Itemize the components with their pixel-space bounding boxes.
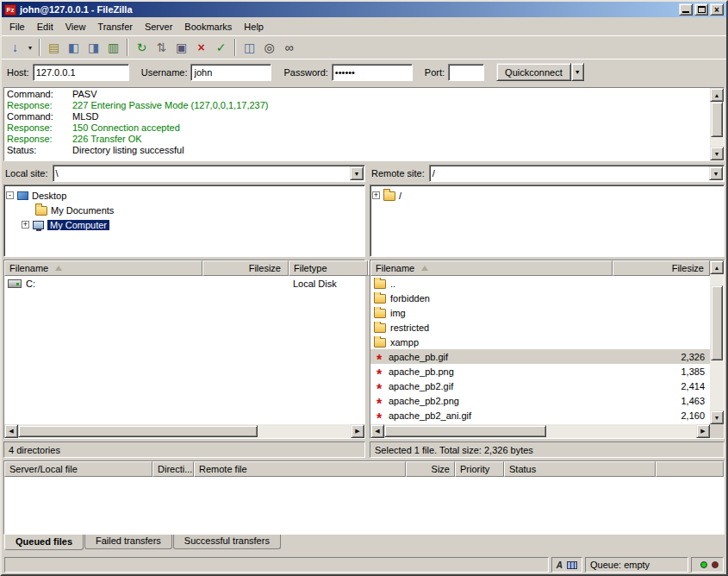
chevron-down-icon[interactable]: ▼ [350,166,364,180]
scroll-right-icon[interactable]: ▶ [351,424,364,438]
scroll-down-icon[interactable]: ▼ [710,410,724,424]
tab-successful-transfers[interactable]: Successful transfers [173,535,281,549]
maximize-button[interactable] [694,3,708,16]
site-manager-dropdown[interactable]: ▼ [25,38,35,57]
titlebar[interactable]: Fz john@127.0.0.1 - FileZilla × [2,2,726,17]
file-name: apache_pb.png [389,366,454,377]
scroll-right-icon[interactable]: ▶ [696,424,710,438]
column-filename[interactable]: Filename [4,260,202,276]
scrollbar-corner [710,424,724,438]
remote-site-combo[interactable]: / ▼ [429,165,725,182]
menu-view[interactable]: View [59,19,92,34]
column-direction[interactable]: Directi... [152,461,194,477]
expand-icon[interactable]: + [22,221,29,229]
site-manager-button[interactable]: ↓ [5,38,25,57]
search-files-button[interactable]: ∞ [279,38,299,57]
toggle-queue-button[interactable]: ▥ [103,38,123,57]
column-filetype[interactable]: Filetype [289,260,368,276]
port-input[interactable] [448,64,484,81]
menu-transfer[interactable]: Transfer [91,19,139,34]
local-pane: Local site: \ ▼ - Desktop My Documents + [3,164,365,458]
snapshot-button[interactable]: ▣ [171,38,191,57]
remote-file-row[interactable]: xampp [370,335,710,349]
remote-file-row[interactable]: apache_pb2_ani.gif 2,160 [370,408,710,423]
column-filesize[interactable]: Filesize [202,260,289,276]
remote-file-row[interactable]: .. [370,276,710,291]
find-button[interactable]: ◎ [259,38,279,57]
tree-item-my-computer[interactable]: + My Computer [6,217,363,232]
log-line: Response:227 Entering Passive Mode (127,… [7,100,707,111]
column-filename[interactable]: Filename [370,260,613,276]
username-label: Username: [141,67,188,78]
scroll-thumb[interactable] [384,425,546,437]
column-priority[interactable]: Priority [455,461,504,477]
scroll-thumb[interactable] [711,102,723,137]
remote-file-row[interactable]: apache_pb2.gif 2,414 [370,379,710,393]
toggle-local-tree-button[interactable]: ◧ [64,38,84,57]
tree-item-root[interactable]: + / [372,188,722,203]
process-queue-button[interactable]: ⇅ [152,38,171,57]
log-line: Response:226 Transfer OK [7,134,707,145]
scroll-down-icon[interactable]: ▼ [710,147,724,160]
remote-file-row[interactable]: img [370,305,710,320]
scroll-up-icon[interactable]: ▲ [710,88,724,102]
scroll-thumb[interactable] [711,285,723,360]
tab-queued-files[interactable]: Queued files [4,535,84,550]
local-tree: - Desktop My Documents + My Computer [3,185,365,257]
cancel-icon: × [197,41,204,53]
menu-server[interactable]: Server [139,19,178,34]
expand-icon[interactable]: + [372,191,380,199]
send-led-icon [712,561,719,568]
quickconnect-dropdown[interactable]: ▼ [571,63,584,81]
local-site-combo[interactable]: \ ▼ [53,165,365,182]
remote-file-row[interactable]: restricted [370,320,710,335]
tab-failed-transfers[interactable]: Failed transfers [84,535,172,549]
remote-file-row-selected[interactable]: apache_pb.gif 2,326 [370,349,710,364]
username-input[interactable] [190,64,271,81]
column-filesize[interactable]: Filesize [613,260,710,276]
password-input[interactable] [332,64,413,81]
tree-item-desktop[interactable]: - Desktop [6,188,363,203]
remote-file-row[interactable]: apache_pb2.png 1,463 [370,393,710,408]
queue-body[interactable] [4,477,724,534]
local-hscrollbar[interactable]: ◀ ▶ [4,424,364,438]
remote-hscrollbar[interactable]: ◀ ▶ [370,424,710,438]
log-line: Command:MLSD [7,111,707,122]
quickconnect-button[interactable]: Quickconnect [496,63,571,81]
cancel-button[interactable]: × [191,38,211,57]
tree-item-my-documents[interactable]: My Documents [6,203,363,217]
remote-file-row[interactable]: forbidden [370,291,710,305]
find-icon: ◎ [264,41,274,53]
toggle-remote-tree-button[interactable]: ◨ [84,38,103,57]
scroll-left-icon[interactable]: ◀ [370,424,384,438]
chevron-down-icon[interactable]: ▼ [709,166,723,180]
scroll-thumb[interactable] [18,425,258,437]
menu-help[interactable]: Help [238,19,270,34]
file-name: apache_pb2.gif [389,381,453,391]
column-size[interactable]: Size [406,461,455,477]
minimize-button[interactable] [679,3,693,16]
folder-icon [374,294,386,304]
column-server-local-file[interactable]: Server/Local file [4,461,152,477]
filter-button[interactable]: ✓ [211,38,231,57]
collapse-icon[interactable]: - [6,191,14,199]
transfer-mode-panel[interactable] [551,557,582,573]
remote-vscrollbar[interactable]: ▲ ▼ [710,260,724,424]
column-status[interactable]: Status [504,461,656,477]
compare-button[interactable]: ◫ [240,38,259,57]
close-button[interactable]: × [710,3,724,16]
host-label: Host: [7,67,29,78]
local-file-row[interactable]: C: Local Disk [4,276,364,291]
menu-edit[interactable]: Edit [31,19,59,34]
menu-file[interactable]: File [3,19,31,34]
host-input[interactable] [33,64,129,81]
menu-bookmarks[interactable]: Bookmarks [178,19,238,34]
log-vscrollbar[interactable]: ▲ ▼ [710,88,724,160]
image-file-icon [374,386,384,391]
scroll-left-icon[interactable]: ◀ [4,424,18,438]
remote-file-row[interactable]: apache_pb.png 1,385 [370,364,710,379]
toggle-log-button[interactable]: ▤ [44,38,64,57]
scroll-up-icon[interactable]: ▲ [710,260,724,274]
refresh-button[interactable]: ↻ [132,38,152,57]
column-remote-file[interactable]: Remote file [194,461,406,477]
